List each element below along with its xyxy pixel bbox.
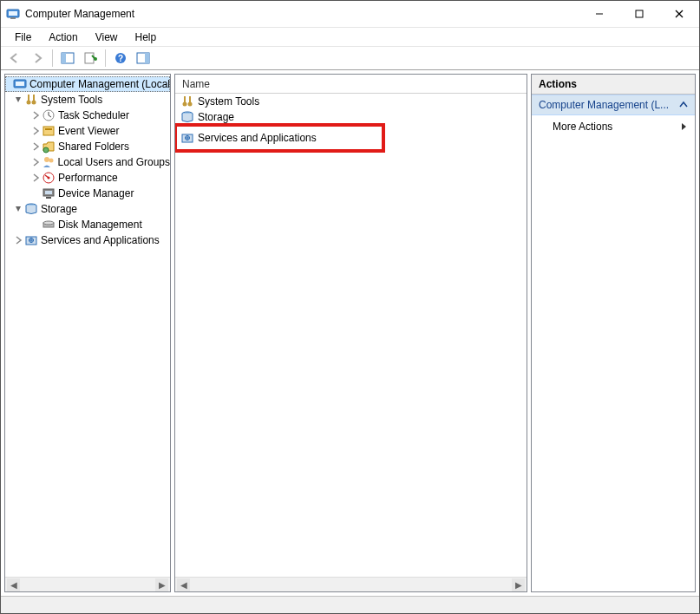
svg-rect-29 xyxy=(46,197,51,199)
svg-point-24 xyxy=(49,159,53,163)
window-title: Computer Management xyxy=(25,8,134,20)
title-bar: Computer Management xyxy=(1,1,699,27)
users-icon xyxy=(42,155,56,169)
tree-node-root[interactable]: Computer Management (Local xyxy=(5,76,170,92)
actions-group-label: Computer Management (L... xyxy=(539,99,669,111)
maximize-button[interactable] xyxy=(619,1,659,27)
tree-node-task-scheduler[interactable]: Task Scheduler xyxy=(5,108,170,123)
actions-group-header[interactable]: Computer Management (L... xyxy=(532,95,695,115)
svg-point-10 xyxy=(94,57,97,61)
expander-icon[interactable] xyxy=(29,219,42,231)
tree-label: System Tools xyxy=(41,94,102,106)
expand-icon[interactable] xyxy=(29,109,42,121)
shared-folders-icon xyxy=(42,140,56,154)
scroll-left-icon[interactable]: ◀ xyxy=(177,578,190,591)
tree-node-services-apps[interactable]: Services and Applications xyxy=(5,232,170,248)
menu-action[interactable]: Action xyxy=(40,29,86,45)
list-body[interactable]: System Tools Storage Services and Applic… xyxy=(175,94,527,577)
tree-label: Shared Folders xyxy=(58,140,129,153)
close-button[interactable] xyxy=(659,1,699,27)
expander-icon[interactable] xyxy=(29,187,42,199)
menu-help[interactable]: Help xyxy=(127,29,166,45)
svg-rect-4 xyxy=(636,10,643,17)
svg-point-22 xyxy=(43,147,49,153)
svg-point-17 xyxy=(27,101,31,105)
show-hide-tree-button[interactable] xyxy=(57,48,78,69)
minimize-button[interactable] xyxy=(579,1,619,27)
properties-button[interactable] xyxy=(80,48,101,69)
storage-icon xyxy=(180,110,194,124)
tree-node-shared-folders[interactable]: Shared Folders xyxy=(5,139,170,154)
tree-node-system-tools[interactable]: System Tools xyxy=(5,92,170,108)
svg-point-18 xyxy=(32,101,36,105)
menu-file[interactable]: File xyxy=(6,29,40,45)
scroll-left-icon[interactable]: ◀ xyxy=(7,578,20,591)
actions-more-actions[interactable]: More Actions xyxy=(532,115,695,138)
storage-icon xyxy=(24,202,38,216)
navigation-tree[interactable]: Computer Management (Local System Tools xyxy=(5,75,170,577)
collapse-up-icon[interactable] xyxy=(679,101,688,109)
svg-rect-14 xyxy=(145,53,149,63)
tree-label: Services and Applications xyxy=(41,234,160,246)
show-hide-action-pane-button[interactable] xyxy=(133,48,154,69)
svg-point-32 xyxy=(43,221,54,225)
tree-horizontal-scrollbar[interactable]: ◀ ▶ xyxy=(5,577,170,591)
menu-bar: File Action View Help xyxy=(1,27,699,46)
help-button[interactable]: ? xyxy=(110,48,131,69)
tree-node-storage[interactable]: Storage xyxy=(5,201,170,217)
tree-node-event-viewer[interactable]: Event Viewer xyxy=(5,123,170,139)
services-apps-icon xyxy=(180,131,194,145)
disk-management-icon xyxy=(42,218,56,232)
svg-point-35 xyxy=(183,102,187,107)
list-horizontal-scrollbar[interactable]: ◀ ▶ xyxy=(175,577,527,591)
expander-icon[interactable] xyxy=(7,78,13,90)
scroll-right-icon[interactable]: ▶ xyxy=(155,578,168,591)
services-apps-icon xyxy=(24,233,38,247)
computer-management-icon xyxy=(13,77,27,91)
tree-node-local-users[interactable]: Local Users and Groups xyxy=(5,154,170,170)
tree-node-performance[interactable]: Performance xyxy=(5,170,170,186)
expand-icon[interactable] xyxy=(29,172,42,184)
menu-view[interactable]: View xyxy=(87,29,127,45)
tree-label: Device Manager xyxy=(58,187,134,199)
tree-label: Computer Management (Local xyxy=(29,78,170,90)
tree-label: Task Scheduler xyxy=(58,109,129,121)
system-tools-icon xyxy=(24,93,38,107)
collapse-icon[interactable] xyxy=(12,203,24,215)
svg-text:?: ? xyxy=(118,54,123,63)
tree-pane: Computer Management (Local System Tools xyxy=(4,74,171,592)
collapse-icon[interactable] xyxy=(12,94,24,106)
tree-label: Storage xyxy=(41,203,77,215)
toolbar: ? xyxy=(1,46,699,70)
toolbar-separator xyxy=(105,49,106,67)
actions-pane: Actions Computer Management (L... More A… xyxy=(531,74,696,592)
app-icon xyxy=(6,7,20,21)
scroll-right-icon[interactable]: ▶ xyxy=(512,578,525,591)
list-item-services-apps[interactable]: Services and Applications xyxy=(175,125,383,151)
tree-label: Performance xyxy=(58,172,118,184)
back-button[interactable] xyxy=(4,48,25,69)
list-item-system-tools[interactable]: System Tools xyxy=(175,94,527,109)
list-column-header[interactable]: Name xyxy=(175,75,527,94)
expand-icon[interactable] xyxy=(29,125,42,137)
expand-icon[interactable] xyxy=(29,156,42,168)
list-item-storage[interactable]: Storage xyxy=(175,109,527,125)
svg-rect-9 xyxy=(85,53,94,63)
tree-label: Event Viewer xyxy=(58,125,119,137)
system-tools-icon xyxy=(180,95,194,108)
tree-label: Disk Management xyxy=(58,219,142,231)
expand-icon[interactable] xyxy=(12,234,24,246)
tree-node-disk-management[interactable]: Disk Management xyxy=(5,217,170,232)
list-item-label: Storage xyxy=(198,111,234,123)
svg-rect-20 xyxy=(43,127,54,135)
chevron-right-icon xyxy=(681,122,688,131)
svg-rect-1 xyxy=(9,11,17,16)
list-item-label: System Tools xyxy=(198,95,259,108)
forward-button[interactable] xyxy=(27,48,48,69)
svg-rect-28 xyxy=(45,191,52,194)
expand-icon[interactable] xyxy=(29,140,42,153)
clock-icon xyxy=(42,108,56,122)
tree-node-device-manager[interactable]: Device Manager xyxy=(5,186,170,201)
status-bar xyxy=(1,596,699,613)
work-area: Computer Management (Local System Tools xyxy=(1,70,699,596)
